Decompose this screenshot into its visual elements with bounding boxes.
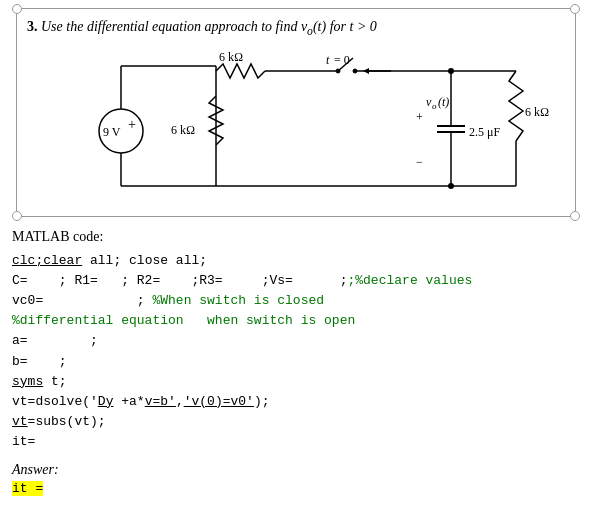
svg-text:t: t bbox=[326, 53, 330, 67]
code-line-7: syms t; bbox=[12, 372, 584, 392]
answer-label: Answer: bbox=[12, 462, 584, 478]
syms-keyword: syms bbox=[12, 374, 43, 389]
svg-text:9 V: 9 V bbox=[103, 125, 121, 139]
corner-tr bbox=[570, 4, 580, 14]
svg-text:o: o bbox=[432, 101, 437, 111]
svg-text:−: − bbox=[416, 155, 423, 169]
code-block: clc;clear all; close all; C= ; R1= ; R2=… bbox=[12, 251, 584, 452]
svg-point-34 bbox=[448, 68, 454, 74]
code-line-10: it= bbox=[12, 432, 584, 452]
svg-text:6 kΩ: 6 kΩ bbox=[219, 50, 243, 64]
answer-value: it = bbox=[12, 481, 43, 496]
code-line-3: vc0= ; %When switch is closed bbox=[12, 291, 584, 311]
svg-text:= 0: = 0 bbox=[334, 53, 350, 67]
corner-tl bbox=[12, 4, 22, 14]
svg-text:6 kΩ: 6 kΩ bbox=[171, 123, 195, 137]
declare-comment: ;%declare values bbox=[347, 273, 472, 288]
svg-text:+: + bbox=[416, 110, 423, 124]
clc-clear: clc;clear bbox=[12, 253, 82, 268]
code-line-2: C= ; R1= ; R2= ;R3= ;Vs= ;;%declare valu… bbox=[12, 271, 584, 291]
question-label: 3. Use the differential equation approac… bbox=[27, 19, 565, 38]
svg-point-35 bbox=[448, 183, 454, 189]
circuit-box: 3. Use the differential equation approac… bbox=[16, 8, 576, 217]
corner-bl bbox=[12, 211, 22, 221]
corner-br bbox=[570, 211, 580, 221]
matlab-section: MATLAB code: clc;clear all; close all; C… bbox=[8, 225, 584, 496]
svg-text:2.5 μF: 2.5 μF bbox=[469, 125, 500, 139]
vt-subs-underline: vt bbox=[12, 414, 28, 429]
code-line-6: b= ; bbox=[12, 352, 584, 372]
code-line-1: clc;clear all; close all; bbox=[12, 251, 584, 271]
svg-text:+: + bbox=[128, 117, 136, 132]
code-line-8: vt=dsolve('Dy +a*v=b','v(0)=v0'); bbox=[12, 392, 584, 412]
Dy-underline: Dy bbox=[98, 394, 114, 409]
v-eq-b-underline: v=b' bbox=[145, 394, 176, 409]
code-line-9: vt=subs(vt); bbox=[12, 412, 584, 432]
switch-closed-comment: %When switch is closed bbox=[152, 293, 324, 308]
answer-section: Answer: it = bbox=[12, 462, 584, 496]
circuit-diagram: 9 V + 6 kΩ t = 0 bbox=[27, 46, 565, 206]
circuit-svg: 9 V + 6 kΩ t = 0 bbox=[41, 46, 551, 206]
svg-text:6 kΩ: 6 kΩ bbox=[525, 105, 549, 119]
v0-underline: 'v(0)=v0' bbox=[184, 394, 254, 409]
code-line-5: a= ; bbox=[12, 331, 584, 351]
svg-text:(t): (t) bbox=[438, 95, 449, 109]
matlab-title: MATLAB code: bbox=[12, 229, 584, 245]
code-line-4: %differential equation when switch is op… bbox=[12, 311, 584, 331]
